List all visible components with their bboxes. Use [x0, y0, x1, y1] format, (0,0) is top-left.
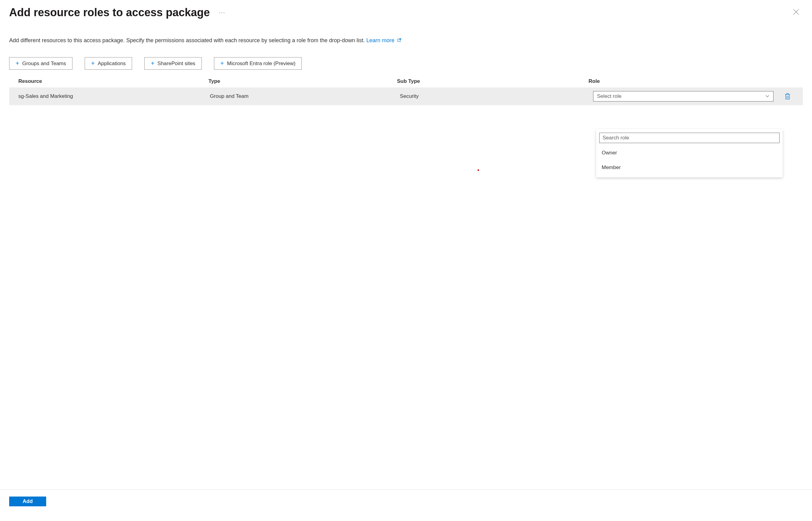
footer-bar: Add	[0, 490, 812, 506]
more-options-icon[interactable]: ···	[219, 9, 225, 16]
learn-more-label: Learn more	[366, 37, 394, 43]
page-title: Add resource roles to access package	[9, 6, 210, 19]
role-select-dropdown[interactable]: Select role	[593, 91, 773, 101]
add-sharepoint-button[interactable]: + SharePoint sites	[144, 57, 202, 70]
plus-icon: +	[221, 60, 224, 67]
button-label: Groups and Teams	[22, 61, 66, 67]
button-label: SharePoint sites	[158, 61, 195, 67]
resources-table: Resource Type Sub Type Role sg-Sales and…	[9, 75, 803, 105]
add-applications-button[interactable]: + Applications	[85, 57, 132, 70]
add-submit-button[interactable]: Add	[9, 497, 46, 506]
add-groups-teams-button[interactable]: + Groups and Teams	[9, 57, 72, 70]
plus-icon: +	[91, 60, 95, 67]
table-header-row: Resource Type Sub Type Role	[9, 75, 803, 87]
svg-line-3	[399, 39, 401, 40]
chevron-down-icon	[765, 94, 769, 99]
close-icon[interactable]	[789, 7, 803, 18]
panel-header: Add resource roles to access package ···	[9, 6, 803, 19]
column-header-subtype[interactable]: Sub Type	[397, 78, 588, 84]
table-row: sg-Sales and Marketing Group and Team Se…	[9, 87, 803, 105]
column-header-type[interactable]: Type	[209, 78, 397, 84]
button-label: Microsoft Entra role (Preview)	[227, 61, 296, 67]
plus-icon: +	[151, 60, 155, 67]
column-header-resource[interactable]: Resource	[18, 78, 209, 84]
description-text: Add different resources to this access p…	[9, 37, 803, 44]
cell-subtype: Security	[400, 93, 593, 99]
role-option-member[interactable]: Member	[599, 160, 780, 175]
role-search-input[interactable]	[599, 133, 780, 143]
resource-type-buttons: + Groups and Teams + Applications + Shar…	[9, 57, 803, 70]
role-select-value: Select role	[597, 93, 622, 99]
cell-type: Group and Team	[210, 93, 400, 99]
description-body: Add different resources to this access p…	[9, 37, 366, 43]
role-option-owner[interactable]: Owner	[599, 145, 780, 160]
delete-row-button[interactable]	[782, 93, 794, 100]
plus-icon: +	[16, 60, 19, 67]
external-link-icon	[397, 37, 401, 44]
cursor-dot	[478, 169, 479, 171]
add-entra-role-button[interactable]: + Microsoft Entra role (Preview)	[214, 57, 302, 70]
cell-resource: sg-Sales and Marketing	[18, 93, 210, 99]
column-header-role[interactable]: Role	[588, 78, 775, 84]
learn-more-link[interactable]: Learn more	[366, 37, 401, 43]
role-dropdown-panel: Owner Member	[596, 129, 783, 177]
button-label: Applications	[98, 61, 126, 67]
